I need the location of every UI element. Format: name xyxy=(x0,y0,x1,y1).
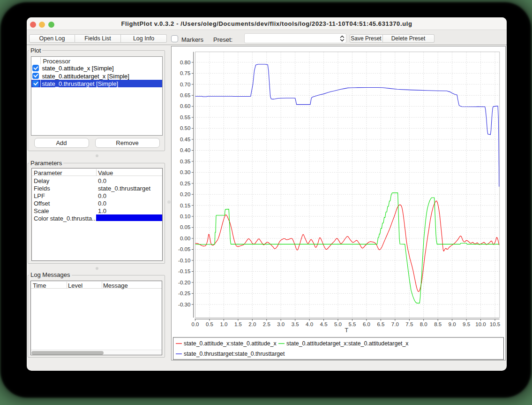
svg-text:0.45: 0.45 xyxy=(180,136,190,142)
svg-text:T: T xyxy=(345,327,348,333)
svg-text:6.5: 6.5 xyxy=(377,321,384,327)
svg-text:-0.10: -0.10 xyxy=(178,257,190,263)
svg-text:1.0: 1.0 xyxy=(220,321,227,327)
svg-text:state_0.attitudetarget_x:state: state_0.attitudetarget_x:state_0.attitud… xyxy=(286,340,409,346)
svg-text:-0.20: -0.20 xyxy=(178,279,190,285)
svg-text:8.5: 8.5 xyxy=(434,321,442,327)
svg-text:0.25: 0.25 xyxy=(180,180,190,186)
svg-text:8.0: 8.0 xyxy=(420,321,427,327)
svg-text:0.60: 0.60 xyxy=(180,103,190,109)
svg-text:6.0: 6.0 xyxy=(363,321,370,327)
svg-text:-0.15: -0.15 xyxy=(178,268,190,274)
svg-text:0.35: 0.35 xyxy=(180,158,190,164)
svg-text:4.5: 4.5 xyxy=(320,321,328,327)
svg-text:0.5: 0.5 xyxy=(206,321,213,327)
svg-text:7.5: 7.5 xyxy=(405,321,413,327)
svg-text:state_0.attitude_x:state_0.att: state_0.attitude_x:state_0.attitude_x xyxy=(184,340,277,346)
svg-text:0.20: 0.20 xyxy=(180,191,190,197)
svg-text:0.30: 0.30 xyxy=(180,169,190,175)
svg-text:9.0: 9.0 xyxy=(449,321,456,327)
svg-text:-0.25: -0.25 xyxy=(178,290,190,296)
svg-text:5.0: 5.0 xyxy=(334,321,342,327)
svg-text:9.5: 9.5 xyxy=(463,321,470,327)
svg-text:-0.30: -0.30 xyxy=(178,301,190,307)
svg-text:0.80: 0.80 xyxy=(180,59,190,65)
svg-text:2.5: 2.5 xyxy=(263,321,270,327)
svg-text:4.0: 4.0 xyxy=(306,321,313,327)
svg-text:0.55: 0.55 xyxy=(180,114,190,120)
svg-text:3.5: 3.5 xyxy=(292,321,299,327)
svg-text:10.0: 10.0 xyxy=(475,321,486,327)
svg-text:0.15: 0.15 xyxy=(180,202,190,208)
svg-text:0.0: 0.0 xyxy=(192,321,199,327)
svg-text:10.5: 10.5 xyxy=(490,321,500,327)
svg-text:0.65: 0.65 xyxy=(180,92,190,98)
svg-text:0.50: 0.50 xyxy=(180,125,190,131)
svg-text:0.10: 0.10 xyxy=(180,213,190,219)
svg-text:2.0: 2.0 xyxy=(248,321,256,327)
svg-text:0.40: 0.40 xyxy=(180,147,190,153)
svg-text:1.5: 1.5 xyxy=(234,321,242,327)
svg-text:3.0: 3.0 xyxy=(277,321,285,327)
svg-text:0.70: 0.70 xyxy=(180,81,190,87)
svg-text:0.05: 0.05 xyxy=(180,224,190,230)
svg-text:-0.05: -0.05 xyxy=(178,246,190,252)
svg-text:5.5: 5.5 xyxy=(349,321,356,327)
svg-text:state_0.thrusttarget:state_0.t: state_0.thrusttarget:state_0.thrusttarge… xyxy=(184,350,285,357)
svg-text:0.00: 0.00 xyxy=(180,235,190,241)
svg-text:7.0: 7.0 xyxy=(391,321,399,327)
svg-text:0.75: 0.75 xyxy=(180,70,190,76)
